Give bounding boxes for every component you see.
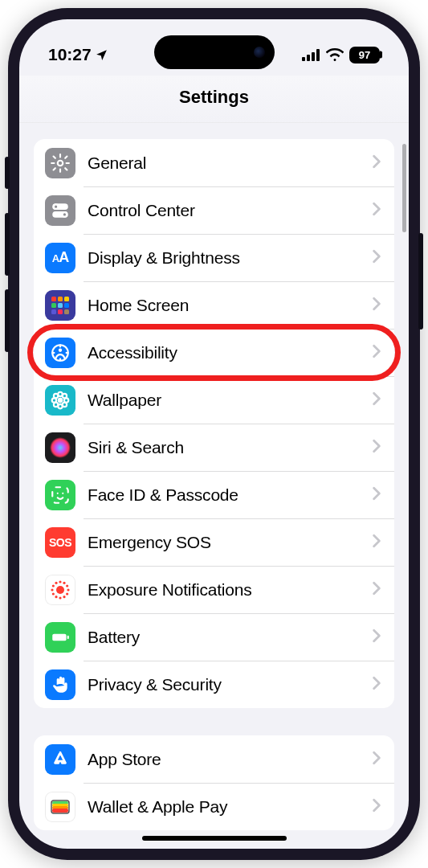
row-appstore[interactable]: App Store: [34, 735, 394, 783]
chevron-right-icon: [372, 798, 381, 816]
chevron-right-icon: [372, 297, 381, 314]
row-wallpaper[interactable]: Wallpaper: [34, 376, 394, 424]
svg-point-45: [66, 584, 68, 587]
svg-point-38: [55, 596, 57, 598]
settings-list[interactable]: GeneralControl CenterAADisplay & Brightn…: [19, 123, 409, 849]
appstore-icon: [45, 744, 75, 775]
side-button: [418, 233, 423, 330]
row-privacy[interactable]: Privacy & Security: [34, 661, 394, 708]
hand-icon: [45, 669, 75, 700]
home-indicator[interactable]: [142, 836, 287, 841]
aa-icon: AA: [45, 243, 75, 273]
phone-frame: 10:27 97 Settings GeneralControl CenterA…: [8, 8, 420, 860]
svg-rect-0: [302, 57, 305, 61]
row-label: Exposure Notifications: [88, 580, 372, 600]
row-label: General: [88, 154, 372, 173]
chevron-right-icon: [372, 154, 381, 172]
svg-point-44: [63, 581, 65, 583]
chevron-right-icon: [372, 628, 381, 646]
flower-icon: [45, 385, 75, 416]
row-faceid[interactable]: Face ID & Passcode: [34, 471, 394, 518]
svg-point-39: [52, 592, 55, 595]
svg-point-4: [58, 160, 63, 166]
row-label: Display & Brightness: [88, 248, 372, 268]
svg-rect-9: [51, 297, 56, 301]
row-label: App Store: [88, 750, 372, 769]
status-time: 10:27: [48, 45, 92, 64]
svg-rect-2: [312, 52, 315, 61]
svg-point-28: [63, 402, 67, 406]
row-wallet[interactable]: Wallet & Apple Pay: [34, 783, 394, 830]
chevron-right-icon: [372, 202, 381, 219]
screen: 10:27 97 Settings GeneralControl CenterA…: [19, 19, 409, 849]
dynamic-island: [154, 35, 275, 69]
svg-point-19: [59, 348, 62, 351]
settings-group: App StoreWallet & Apple Pay: [34, 735, 394, 830]
siri-icon: [45, 432, 75, 463]
battery-icon: [45, 622, 75, 653]
row-label: Wallet & Apple Pay: [88, 797, 372, 817]
chevron-right-icon: [372, 439, 381, 457]
chevron-right-icon: [372, 751, 381, 768]
face-icon: [45, 480, 75, 510]
grid-icon: [45, 290, 75, 321]
row-home-screen[interactable]: Home Screen: [34, 281, 394, 329]
toggles-icon: [45, 195, 75, 226]
svg-point-32: [62, 492, 63, 493]
svg-point-20: [58, 397, 63, 403]
row-general[interactable]: General: [34, 139, 394, 186]
sos-icon: SOS: [45, 527, 75, 558]
svg-point-27: [54, 402, 58, 406]
chevron-right-icon: [372, 249, 381, 267]
side-button: [5, 289, 10, 352]
chevron-right-icon: [372, 581, 381, 599]
chevron-right-icon: [372, 534, 381, 551]
svg-rect-47: [67, 635, 69, 638]
svg-point-34: [67, 588, 69, 591]
svg-rect-46: [52, 633, 66, 641]
row-label: Accessibility: [88, 343, 372, 362]
location-icon: [95, 48, 108, 62]
page-title: Settings: [19, 76, 409, 123]
side-button: [5, 157, 10, 189]
svg-point-8: [63, 212, 67, 216]
row-accessibility[interactable]: Accessibility: [34, 329, 394, 376]
exposure-icon: [45, 575, 75, 605]
svg-point-37: [59, 596, 61, 599]
svg-rect-13: [58, 303, 63, 308]
battery-indicator: 97: [349, 47, 380, 63]
person-circle-icon: [45, 338, 75, 368]
cellular-icon: [302, 49, 320, 61]
row-label: Wallpaper: [88, 391, 372, 410]
svg-point-6: [54, 204, 58, 208]
row-display[interactable]: AADisplay & Brightness: [34, 234, 394, 281]
row-sos[interactable]: SOSEmergency SOS: [34, 518, 394, 566]
svg-rect-12: [51, 303, 56, 308]
chevron-right-icon: [372, 676, 381, 694]
row-battery[interactable]: Battery: [34, 613, 394, 661]
svg-point-26: [63, 393, 67, 397]
row-label: Siri & Search: [88, 438, 372, 457]
svg-point-31: [57, 492, 59, 493]
gear-icon: [45, 148, 75, 178]
svg-point-33: [56, 586, 64, 594]
row-siri[interactable]: Siri & Search: [34, 424, 394, 471]
svg-rect-1: [307, 55, 310, 61]
row-control-center[interactable]: Control Center: [34, 186, 394, 234]
scroll-indicator[interactable]: [402, 144, 406, 232]
wallet-icon: [45, 792, 75, 822]
svg-point-42: [55, 581, 57, 583]
svg-rect-15: [51, 309, 56, 314]
svg-point-29: [50, 437, 71, 458]
svg-point-35: [66, 592, 68, 595]
row-label: Privacy & Security: [88, 675, 372, 694]
row-label: Emergency SOS: [88, 533, 372, 552]
svg-rect-3: [316, 49, 320, 61]
row-label: Home Screen: [88, 296, 372, 315]
chevron-right-icon: [372, 344, 381, 362]
svg-point-41: [52, 584, 55, 587]
svg-point-40: [51, 588, 53, 591]
row-label: Control Center: [88, 201, 372, 220]
row-exposure[interactable]: Exposure Notifications: [34, 566, 394, 613]
svg-point-25: [54, 393, 58, 397]
